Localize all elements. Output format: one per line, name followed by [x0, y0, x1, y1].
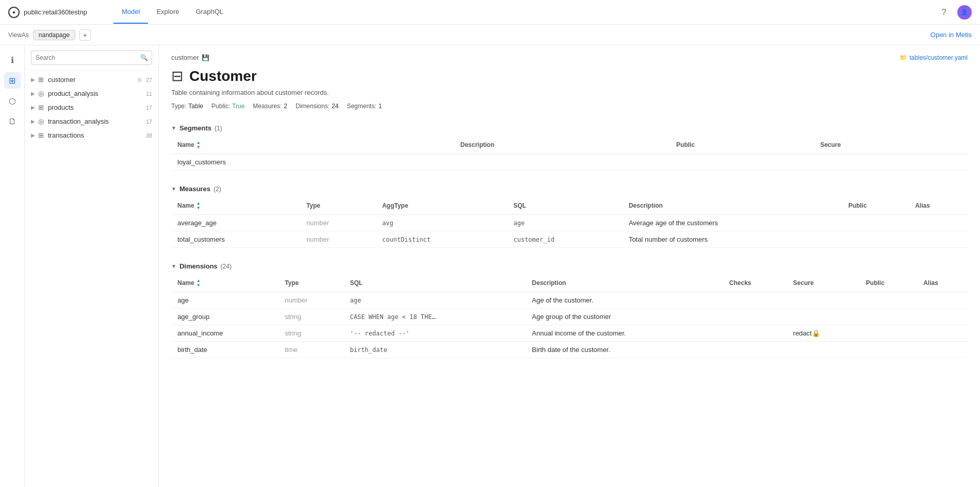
tab-explore[interactable]: Explore	[148, 1, 187, 24]
view-as-add-button[interactable]: +	[79, 29, 91, 41]
left-panel: 🔍 ▶ ⊞ customer ⎘ 27 ▶ ◎ product_analysis…	[25, 45, 159, 487]
avatar[interactable]: 👤	[957, 5, 972, 20]
dim-public-annual-income	[860, 325, 917, 342]
measures-header[interactable]: ▼ Measures (2)	[171, 181, 968, 197]
top-nav-right: ? 👤	[937, 5, 972, 20]
segments-header[interactable]: ▼ Segments (1)	[171, 120, 968, 136]
dim-desc-annual-income: Annual income of the customer.	[526, 325, 723, 342]
view-as-user[interactable]: nandapage	[33, 30, 75, 40]
dim-desc-birth-date: Birth date of the customer.	[526, 342, 723, 358]
main-layout: ℹ ⊞ ⬡ 🗋 🔍 ▶ ⊞ customer ⎘ 27	[0, 45, 980, 487]
dimensions-value: 24	[332, 103, 338, 110]
dimensions-header[interactable]: ▼ Dimensions (24)	[171, 258, 968, 274]
chevron-icon: ▶	[31, 105, 35, 110]
tree-list: ▶ ⊞ customer ⎘ 27 ▶ ◎ product_analysis 1…	[25, 71, 158, 487]
sort-arrows-name-m: ▲▼	[197, 201, 201, 210]
measure-type-1: number	[300, 215, 376, 231]
dimensions-label: Dimensions:	[296, 103, 330, 110]
measure-public-1	[842, 215, 909, 231]
public-value: True	[232, 103, 244, 110]
dim-name-birth-date: birth_date	[171, 342, 279, 358]
measure-alias-2	[909, 231, 968, 248]
dim-col-alias: Alias	[917, 274, 968, 292]
tree-item-transaction-analysis[interactable]: ▶ ◎ transaction_analysis 17	[25, 114, 158, 128]
measure-name-1: average_age	[171, 215, 300, 231]
dim-type-age-group: string	[279, 309, 344, 325]
dim-type-age: number	[279, 292, 344, 309]
open-metis-link[interactable]: Open in Metis	[930, 31, 972, 39]
tree-item-products[interactable]: ▶ ⊞ products 17	[25, 100, 158, 114]
measure-sql-1: age	[507, 215, 622, 231]
yaml-link[interactable]: 📁 tables/customer.yaml	[900, 54, 968, 61]
yaml-link-text: tables/customer.yaml	[909, 54, 968, 61]
measure-sql-2: customer_id	[507, 231, 622, 248]
chevron-icon: ▶	[31, 91, 35, 96]
segments-count: (1)	[215, 125, 222, 132]
segments-table: Name ▲▼ Description Public Secure loyal_…	[171, 136, 968, 171]
dim-col-name: Name ▲▼	[171, 274, 279, 292]
measures-chevron: ▼	[171, 186, 176, 192]
tree-label: transaction_analysis	[48, 117, 144, 125]
copy-icon[interactable]: ⎘	[138, 77, 142, 83]
search-icon: 🔍	[140, 54, 148, 61]
page-subtitle: Table containing information about custo…	[171, 89, 968, 96]
tree-item-product-analysis[interactable]: ▶ ◎ product_analysis 11	[25, 87, 158, 100]
dim-secure-annual-income: redact🔒	[787, 325, 860, 342]
help-icon[interactable]: ?	[937, 5, 951, 20]
measures-col-description: Description	[623, 197, 842, 215]
dim-col-checks: Checks	[723, 274, 787, 292]
sidebar-chart-icon[interactable]: ⬡	[4, 93, 21, 109]
tree-count: 17	[146, 105, 152, 111]
tree-item-transactions[interactable]: ▶ ⊞ transactions 38	[25, 128, 158, 142]
meta-row: Type: Table Public: True Measures: 2 Dim…	[171, 103, 968, 110]
segments-value: 1	[379, 103, 382, 110]
measures-table: Name ▲▼ Type AggType SQL Description Pub…	[171, 197, 968, 248]
page-header: ⊟ Customer	[171, 68, 968, 85]
tree-count: 27	[146, 77, 152, 83]
dim-alias-age-group	[917, 309, 968, 325]
measures-label: Measures:	[253, 103, 282, 110]
sidebar-info-icon[interactable]: ℹ	[4, 52, 21, 68]
dim-name-age: age	[171, 292, 279, 309]
chevron-icon: ▶	[31, 132, 35, 138]
dim-col-type: Type	[279, 274, 344, 292]
tab-model[interactable]: Model	[113, 1, 148, 24]
dim-checks-age-group	[723, 309, 787, 325]
brand-name: public:retail360testnp	[24, 8, 87, 16]
table-row: total_customers number countDistinct cus…	[171, 231, 968, 248]
tree-label: products	[48, 104, 144, 111]
segment-name: loyal_customers	[171, 154, 454, 171]
dim-sql-age-group: CASE WHEN age < 18 THE…	[344, 309, 526, 325]
sidebar-table-icon[interactable]: ⊞	[4, 72, 21, 89]
segments-chevron: ▼	[171, 125, 176, 131]
dim-public-age	[860, 292, 917, 309]
tree-item-customer[interactable]: ▶ ⊞ customer ⎘ 27	[25, 73, 158, 87]
table-row: loyal_customers	[171, 154, 968, 171]
tree-count: 17	[146, 119, 152, 125]
table-row: birth_date time birth_date Birth date of…	[171, 342, 968, 358]
view-as-bar: ViewAs nandapage + Open in Metis	[0, 25, 980, 45]
dim-type-annual-income: string	[279, 325, 344, 342]
dim-public-birth-date	[860, 342, 917, 358]
search-input[interactable]	[31, 51, 152, 65]
dimensions-section: ▼ Dimensions (24) Name ▲▼ Type SQL	[171, 258, 968, 358]
tree-count: 38	[146, 132, 152, 139]
dim-name-annual-income: annual_income	[171, 325, 279, 342]
table-row: age number age Age of the customer.	[171, 292, 968, 309]
sidebar-doc-icon[interactable]: 🗋	[4, 113, 21, 130]
segments-label: Segments	[179, 124, 211, 132]
dim-checks-birth-date	[723, 342, 787, 358]
dim-sql-annual-income: '-- redacted --'	[344, 325, 526, 342]
dimensions-table: Name ▲▼ Type SQL Description Checks Secu…	[171, 274, 968, 358]
nav-tabs: Model Explore GraphQL	[113, 1, 232, 24]
dim-sql-age: age	[344, 292, 526, 309]
measures-col-name: Name ▲▼	[171, 197, 300, 215]
segments-col-description: Description	[454, 136, 670, 154]
segment-secure	[814, 154, 968, 171]
tab-graphql[interactable]: GraphQL	[188, 1, 232, 24]
table-row: average_age number avg age Average age o…	[171, 215, 968, 231]
dimensions-label: Dimensions	[179, 262, 218, 270]
chevron-icon: ▶	[31, 119, 35, 124]
dim-checks-annual-income	[723, 325, 787, 342]
table-icon: ⊞	[38, 131, 44, 139]
